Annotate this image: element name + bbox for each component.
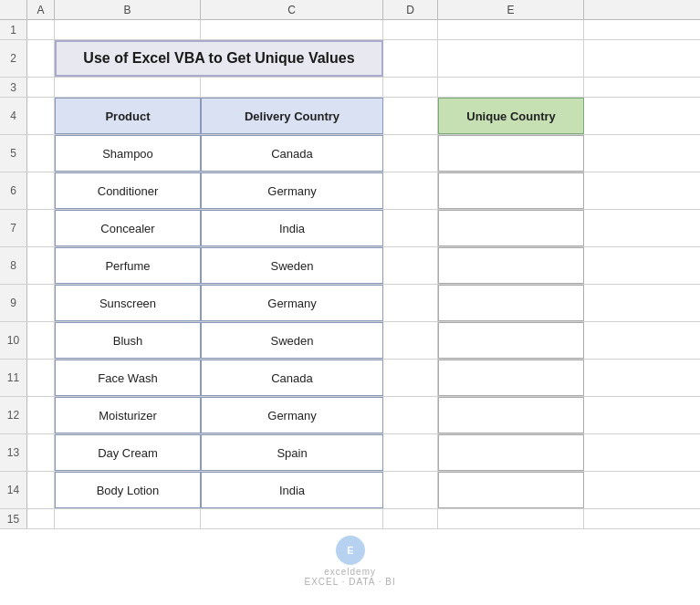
cell-7c[interactable]: India <box>201 210 383 246</box>
table-row: 14 Body Lotion India <box>0 472 700 509</box>
table-row: 7 Concealer India <box>0 210 700 247</box>
cell-13a[interactable] <box>27 434 55 471</box>
col-unique-country-header[interactable]: Unique Country <box>438 98 584 134</box>
cell-12d[interactable] <box>383 397 438 433</box>
row-num-15: 15 <box>0 509 27 528</box>
cell-1a[interactable] <box>27 20 55 39</box>
row-num-11: 11 <box>0 360 27 396</box>
cell-14d[interactable] <box>383 472 438 508</box>
table-row: 11 Face Wash Canada <box>0 360 700 397</box>
row-num-2: 2 <box>0 40 27 77</box>
row-num-5: 5 <box>0 135 27 172</box>
cell-14e[interactable] <box>438 472 584 508</box>
col-header-c: C <box>201 0 383 19</box>
cell-15c[interactable] <box>201 509 383 528</box>
cell-11e[interactable] <box>438 360 584 396</box>
watermark-text-line2: EXCEL · DATA · BI <box>304 577 395 587</box>
cell-11b[interactable]: Face Wash <box>55 360 201 396</box>
cell-7a[interactable] <box>27 210 55 246</box>
cell-12a[interactable] <box>27 397 55 433</box>
table-row: 8 Perfume Sweden <box>0 247 700 285</box>
row-num-3: 3 <box>0 78 27 97</box>
cell-13c[interactable]: Spain <box>201 434 383 471</box>
row-num-8: 8 <box>0 247 27 284</box>
cell-5c[interactable]: Canada <box>201 135 383 172</box>
cell-3b[interactable] <box>55 78 201 97</box>
cell-10e[interactable] <box>438 322 584 359</box>
corner-cell <box>0 0 27 19</box>
cell-15a[interactable] <box>27 509 55 528</box>
cell-14a[interactable] <box>27 472 55 508</box>
cell-4a[interactable] <box>27 98 55 134</box>
cell-11a[interactable] <box>27 360 55 396</box>
cell-2d[interactable] <box>383 40 438 77</box>
cell-3a[interactable] <box>27 78 55 97</box>
row-num-10: 10 <box>0 322 27 359</box>
cell-10b[interactable]: Blush <box>55 322 201 359</box>
row-num-14: 14 <box>0 472 27 508</box>
cell-8b[interactable]: Perfume <box>55 247 201 284</box>
cell-5a[interactable] <box>27 135 55 172</box>
cell-13e[interactable] <box>438 434 584 471</box>
row-num-4: 4 <box>0 98 27 134</box>
col-delivery-country-header[interactable]: Delivery Country <box>201 98 383 134</box>
row-num-12: 12 <box>0 397 27 433</box>
cell-7e[interactable] <box>438 210 584 246</box>
cell-6b[interactable]: Conditioner <box>55 172 201 209</box>
cell-15b[interactable] <box>55 509 201 528</box>
cell-8a[interactable] <box>27 247 55 284</box>
cell-7b[interactable]: Concealer <box>55 210 201 246</box>
cell-11d[interactable] <box>383 360 438 396</box>
cell-8d[interactable] <box>383 247 438 284</box>
cell-10c[interactable]: Sweden <box>201 322 383 359</box>
cell-7d[interactable] <box>383 210 438 246</box>
cell-14b[interactable]: Body Lotion <box>55 472 201 508</box>
cell-4d[interactable] <box>383 98 438 134</box>
col-header-d: D <box>383 0 438 19</box>
watermark-logo-icon: E <box>336 536 365 565</box>
cell-5d[interactable] <box>383 135 438 172</box>
cell-3c[interactable] <box>201 78 383 97</box>
cell-10d[interactable] <box>383 322 438 359</box>
cell-9a[interactable] <box>27 285 55 321</box>
cell-12b[interactable]: Moisturizer <box>55 397 201 433</box>
cell-1d[interactable] <box>383 20 438 39</box>
table-row: 15 <box>0 509 700 529</box>
cell-3d[interactable] <box>383 78 438 97</box>
cell-11c[interactable]: Canada <box>201 360 383 396</box>
cell-1e[interactable] <box>438 20 584 39</box>
cell-8c[interactable]: Sweden <box>201 247 383 284</box>
cell-1c[interactable] <box>201 20 383 39</box>
cell-5e[interactable] <box>438 135 584 172</box>
cell-15d[interactable] <box>383 509 438 528</box>
cell-12c[interactable]: Germany <box>201 397 383 433</box>
cell-3e[interactable] <box>438 78 584 97</box>
row-num-7: 7 <box>0 210 27 246</box>
cell-9c[interactable]: Germany <box>201 285 383 321</box>
cell-9d[interactable] <box>383 285 438 321</box>
cell-9e[interactable] <box>438 285 584 321</box>
cell-2e[interactable] <box>438 40 584 77</box>
table-row: 5 Shampoo Canada <box>0 135 700 172</box>
cell-6d[interactable] <box>383 172 438 209</box>
cell-8e[interactable] <box>438 247 584 284</box>
table-row: 6 Conditioner Germany <box>0 172 700 210</box>
cell-5b[interactable]: Shampoo <box>55 135 201 172</box>
cell-12e[interactable] <box>438 397 584 433</box>
cell-10a[interactable] <box>27 322 55 359</box>
spreadsheet-title[interactable]: Use of Excel VBA to Get Unique Values <box>55 40 383 77</box>
cell-13b[interactable]: Day Cream <box>55 434 201 471</box>
col-product-header[interactable]: Product <box>55 98 201 134</box>
cell-6a[interactable] <box>27 172 55 209</box>
row-num-6: 6 <box>0 172 27 209</box>
cell-13d[interactable] <box>383 434 438 471</box>
watermark-text-line1: exceldemy <box>324 567 376 577</box>
cell-9b[interactable]: Sunscreen <box>55 285 201 321</box>
grid: 1 2 Use of Excel VBA to Get Unique Value… <box>0 20 700 529</box>
cell-1b[interactable] <box>55 20 201 39</box>
cell-15e[interactable] <box>438 509 584 528</box>
cell-6c[interactable]: Germany <box>201 172 383 209</box>
cell-2a[interactable] <box>27 40 55 77</box>
cell-14c[interactable]: India <box>201 472 383 508</box>
cell-6e[interactable] <box>438 172 584 209</box>
